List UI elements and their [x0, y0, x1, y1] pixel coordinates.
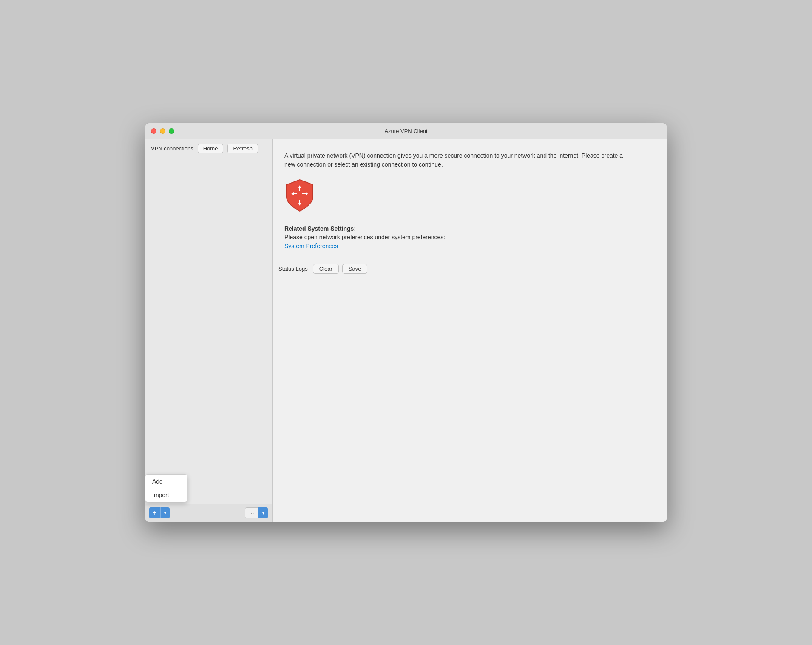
vpn-shield-icon — [284, 178, 315, 212]
clear-button[interactable]: Clear — [313, 264, 339, 274]
title-bar: Azure VPN Client — [145, 123, 667, 139]
home-button[interactable]: Home — [198, 144, 224, 153]
dots-dropdown-button[interactable]: ▾ — [258, 507, 268, 518]
chevron-down-icon: ▾ — [164, 511, 166, 515]
status-logs-label: Status Logs — [278, 266, 308, 272]
svg-rect-1 — [299, 188, 300, 191]
traffic-lights — [151, 128, 174, 134]
related-section: Related System Settings: Please open net… — [284, 225, 655, 250]
save-button[interactable]: Save — [342, 264, 368, 274]
close-button[interactable] — [151, 128, 156, 134]
sidebar-content — [145, 158, 272, 504]
dropdown-import-item[interactable]: Import — [145, 488, 187, 502]
sidebar-label: VPN connections — [151, 145, 193, 152]
sidebar: VPN connections Home Refresh Add Import … — [145, 139, 273, 522]
minimize-button[interactable] — [160, 128, 165, 134]
add-dropdown-button[interactable]: ▾ — [160, 507, 170, 518]
dots-button-group: ··· ▾ — [245, 507, 268, 518]
add-button[interactable]: + — [149, 507, 160, 518]
svg-rect-3 — [299, 200, 300, 203]
system-preferences-link[interactable]: System Preferences — [284, 243, 338, 249]
description-text: A virtual private network (VPN) connecti… — [284, 151, 633, 169]
main-area: VPN connections Home Refresh Add Import … — [145, 139, 667, 522]
add-dropdown-popup: Add Import — [145, 474, 187, 502]
maximize-button[interactable] — [169, 128, 174, 134]
content-top: A virtual private network (VPN) connecti… — [273, 139, 667, 260]
chevron-down-icon-2: ▾ — [262, 511, 264, 515]
related-title: Related System Settings: — [284, 225, 655, 232]
sidebar-header: VPN connections Home Refresh — [145, 139, 272, 158]
sidebar-bottom: Add Import + ▾ ··· ▾ — [145, 504, 272, 522]
window-title: Azure VPN Client — [384, 128, 427, 134]
related-sub: Please open network preferences under sy… — [284, 234, 655, 240]
status-logs-bar: Status Logs Clear Save — [273, 260, 667, 277]
svg-rect-5 — [294, 193, 297, 194]
add-button-group: + ▾ — [149, 507, 170, 518]
svg-rect-7 — [302, 193, 306, 194]
dropdown-add-item[interactable]: Add — [145, 475, 187, 488]
app-window: Azure VPN Client VPN connections Home Re… — [145, 123, 667, 522]
refresh-button[interactable]: Refresh — [227, 144, 258, 153]
dots-button[interactable]: ··· — [245, 507, 258, 518]
logs-content — [273, 277, 667, 522]
content-area: A virtual private network (VPN) connecti… — [273, 139, 667, 522]
